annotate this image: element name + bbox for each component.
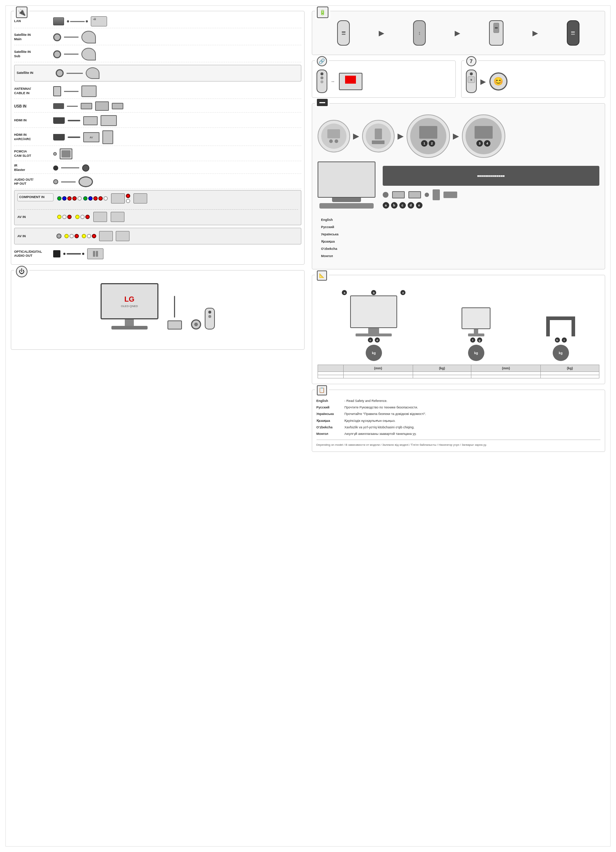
wall-mount-shape	[546, 316, 575, 336]
dimensions-section: 📐 a b	[312, 275, 605, 384]
satellite-dish-2	[81, 48, 96, 60]
usb-graphics	[53, 101, 301, 111]
safety-divider	[316, 440, 601, 440]
sat-highlighted-graphics	[56, 67, 299, 79]
lan-label: LAN	[14, 19, 50, 24]
tv-side-base	[468, 334, 484, 336]
bracket-right	[408, 191, 421, 198]
safety-mongolian: Монгол Аюулгүй ажиллагааны заавартой тан…	[316, 431, 601, 437]
battery-step-3	[489, 20, 503, 45]
weight-icon-1: kg	[366, 345, 382, 361]
safety-english: English - Read Safety and Reference.	[316, 398, 601, 404]
sat-main-graphics	[53, 31, 301, 44]
av-in-port	[56, 234, 62, 239]
power-plug	[167, 320, 182, 329]
weight-icon-2: kg	[468, 345, 484, 361]
av-in-sublabel: AV IN	[17, 215, 54, 219]
tv-side-neck	[474, 329, 478, 334]
part-bullet-b: b	[391, 202, 398, 208]
stand-base-shape	[443, 192, 457, 198]
lang-mongolian: Монгол	[321, 253, 596, 259]
safety-section: 📋 English - Read Safety and Reference. Р…	[312, 390, 605, 452]
dim-col-2: (kg)	[413, 365, 471, 372]
assembly-circle-1-content	[321, 124, 346, 149]
right-column: 🔋 ▶ ↕	[312, 11, 605, 841]
usb-drive-2	[95, 101, 109, 111]
battery-step-2: ↕	[413, 20, 426, 45]
battery-icon: 🔋	[315, 6, 330, 19]
battery-section: 🔋 ▶ ↕	[312, 11, 605, 55]
ci-card-icon	[60, 148, 72, 159]
stand-neck-shape	[432, 189, 440, 200]
assembly-circle-2-content	[366, 124, 391, 149]
safety-ukrainian-text: Прочитайте "Правила безпеки та довідкові…	[344, 412, 426, 416]
safety-ukrainian: Українська Прочитайте "Правила безпеки т…	[316, 411, 601, 417]
battery-icon-shape: 🔋	[317, 6, 328, 18]
dim-row2-col0	[318, 375, 343, 378]
optical-port	[53, 250, 60, 257]
assembly-arrow-1: ▶	[353, 131, 359, 141]
lang-english: English	[321, 216, 596, 223]
power-icon: ⏻	[14, 265, 29, 278]
lg-subtitle: OLED·QNED	[121, 305, 138, 308]
part-bullet-e: e	[416, 202, 422, 208]
sound-system-device	[87, 248, 104, 259]
av-rca-cables	[65, 234, 79, 238]
connection-satellite-highlighted: Satellite IN	[14, 65, 301, 82]
assembly-circle-3-content: 1 2	[410, 118, 446, 154]
pairing-arrows: ↔	[331, 79, 335, 84]
dim-bullet-i: i	[562, 337, 567, 343]
dim-row2-col4	[541, 375, 599, 378]
dim-row2-col1	[343, 375, 413, 378]
numeric-arrow: ▶	[480, 77, 486, 86]
stand-assembly-section: ▶ ▶	[312, 103, 605, 269]
sat-main-label: Satellite INMain	[14, 33, 50, 41]
connections-icon: 🔌	[14, 6, 29, 19]
lan-port	[53, 17, 64, 25]
hdmi-graphics	[53, 115, 301, 126]
step-bullet-1: 1	[421, 140, 428, 147]
hdmi-arc-graphics: AV	[53, 130, 301, 144]
weight-icon-3: kg	[553, 345, 569, 361]
tv-front-shape	[350, 296, 397, 328]
part-bullet-a: a	[383, 202, 389, 208]
safety-russian-text: Прочтите Руководство по технике безопасн…	[344, 406, 418, 409]
power-icon-shape: ⏻	[16, 266, 27, 277]
router-device: ≡≡	[91, 16, 107, 26]
dim-table-body	[318, 372, 599, 378]
screws-and-brackets-row	[383, 189, 600, 200]
laptop-device	[101, 115, 117, 126]
stand-assembly-icon-shape	[317, 99, 328, 106]
assembly-circle-4-content: 3 4	[465, 118, 502, 154]
sat-sub-label: Satellite INSub	[14, 50, 50, 58]
dim-bullet-g: g	[477, 337, 482, 343]
dim-col-3: (mm)	[471, 365, 541, 372]
tv-assembled-view: ■■■■■■■■■■■■■■	[318, 162, 600, 208]
antenna-label: ANTENNA/CABLE IN	[14, 87, 50, 95]
satellite-dish-3	[86, 67, 99, 79]
connection-component: COMPONENT IN	[14, 190, 301, 225]
connection-satellite-sub: Satellite INSub	[14, 46, 301, 62]
pairing-icon: 🔗	[315, 55, 329, 67]
hdmi-label: HDMI IN	[14, 118, 50, 123]
dim-bullet-a: a	[342, 290, 347, 295]
connection-ir: IRBlaster	[14, 162, 301, 174]
dim-table-row-1	[318, 372, 599, 375]
lan-graphics: ≡≡	[53, 16, 301, 26]
dim-row2-col2	[413, 375, 471, 378]
remote-control-power	[205, 308, 215, 329]
lang-ukrainian: Українська	[321, 231, 596, 237]
antenna-device	[81, 85, 96, 97]
safety-content: English - Read Safety and Reference. Рус…	[316, 394, 601, 447]
safety-icon-shape: 📋	[317, 385, 327, 396]
stand-neck-part	[432, 189, 440, 200]
satellite-dish-1	[81, 31, 96, 44]
connection-satellite-main: Satellite INMain	[14, 29, 301, 45]
power-cable-group	[167, 296, 182, 329]
remote-step1-shape	[337, 20, 350, 45]
dimensions-table: (mm) (kg) (mm) (kg)	[318, 365, 600, 378]
lang-russian: Русский	[321, 224, 596, 230]
headphones-device	[78, 176, 93, 187]
dim-table-header-row: (mm) (kg) (mm) (kg)	[318, 365, 599, 372]
dim-bullet-e: e	[401, 290, 405, 295]
